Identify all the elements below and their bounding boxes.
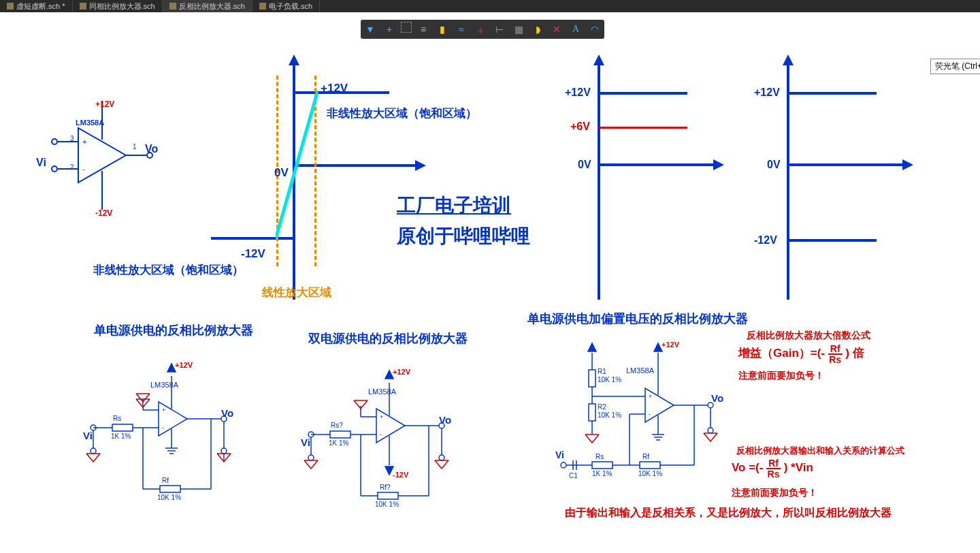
tooltip-highlighter: 荧光笔 (Ctrl+	[930, 59, 980, 74]
svg-point-87	[708, 428, 713, 433]
g2-0v: 0V	[578, 159, 591, 171]
svg-rect-81	[640, 462, 660, 469]
s3-rf: Rf	[642, 453, 649, 460]
pin1: 1	[133, 143, 137, 151]
s2-rs-v: 1K 1%	[329, 439, 348, 447]
s1-rs: Rs	[113, 415, 121, 422]
schematic-canvas[interactable]: ▼ + ≡ ▮ ≈ ⏚ ⊢ ▦ ◗ ✕ A ◠ 荧光笔 (Ctrl+ + - L…	[0, 12, 980, 553]
svg-text:-: -	[82, 165, 85, 173]
align-icon[interactable]: ≡	[416, 22, 431, 37]
g3-n12: -12V	[754, 234, 777, 247]
g1-sat-bot: 非线性放大区域（饱和区域）	[93, 262, 244, 278]
arrow-up-3	[783, 54, 794, 65]
s2-rf: Rf?	[380, 484, 391, 491]
g1-sat-top: 非线性放大区域（饱和区域）	[327, 106, 477, 121]
s1-lm: LM358A	[150, 381, 178, 389]
g1-p12: +12V	[321, 82, 348, 95]
svg-point-5	[52, 139, 57, 144]
opamp-symbol: + - LM358A +12V -12V Vi Vo 3 2 1	[37, 101, 167, 226]
s3-p12: +12V	[662, 341, 679, 349]
svg-rect-52	[378, 492, 398, 499]
s2-vo: Vo	[439, 414, 451, 426]
gnd-icon[interactable]: ⏚	[473, 22, 488, 37]
s3-rs: Rs	[595, 453, 604, 460]
net-icon[interactable]: ≈	[454, 22, 469, 37]
schematic-single-supply: +- LM358A +12V Vi Vo Rs 1K 1% Rf 10K 1%	[85, 353, 248, 533]
arc-icon[interactable]: ◠	[587, 22, 602, 37]
g2-p12: +12V	[565, 86, 591, 99]
tab-3[interactable]: 反相比例放大器.sch	[163, 0, 252, 12]
pin3: 3	[70, 135, 74, 142]
s2-vi: Vi	[301, 437, 310, 448]
schematic-bias: +- LM358A +12V R1 10K 1% R2 10K 1% Vi Vo…	[558, 339, 735, 519]
svg-rect-44	[330, 431, 350, 438]
noerc-icon[interactable]: ✕	[549, 22, 564, 37]
s1-rf-v: 10K 1%	[157, 494, 181, 501]
g1-linear: 线性放大区域	[262, 285, 331, 300]
s3-r1v: 10K 1%	[598, 376, 621, 383]
tab-4[interactable]: 电子负载.sch	[252, 0, 320, 12]
tab-2[interactable]: 同相比例放大器.sch	[73, 0, 163, 12]
s2-n12: -12V	[393, 471, 408, 479]
svg-rect-71	[589, 404, 595, 421]
svg-text:-: -	[380, 431, 382, 438]
s2-p12: +12V	[393, 368, 410, 376]
bus-icon[interactable]: ⊢	[492, 22, 507, 37]
axis-x3	[787, 163, 906, 166]
f-title1: 反相比例放大器放大倍数公式	[747, 330, 870, 342]
svg-point-26	[91, 448, 96, 454]
component-icon[interactable]: ▮	[435, 22, 450, 37]
panel-icon[interactable]: ▦	[511, 22, 526, 37]
g3-line-b	[788, 239, 877, 242]
s3-rsv: 1K 1%	[592, 470, 612, 477]
crosshair-icon[interactable]: +	[382, 22, 397, 37]
s3-r2v: 10K 1%	[598, 411, 621, 419]
center-title: 工厂电子培训	[397, 193, 511, 219]
schematic-dual-supply: +- LM358A +12V -12V Vi Vo Rs? 1K 1% Rf? …	[303, 360, 466, 539]
arrow-r-3	[902, 159, 913, 170]
svg-text:-: -	[162, 424, 164, 431]
g1-0v: 0V	[274, 166, 289, 180]
s1-rs-v: 1K 1%	[111, 432, 131, 440]
f-note2: 注意前面要加负号！	[732, 487, 817, 499]
sec2-title: 双电源供电的反相比例放大器	[308, 330, 468, 347]
svg-point-57	[439, 455, 444, 460]
svg-rect-74	[592, 462, 612, 469]
svg-text:+: +	[162, 407, 165, 413]
s2-rs: Rs?	[331, 422, 343, 429]
svg-rect-69	[589, 370, 595, 387]
s1-p12: +12V	[175, 361, 193, 369]
s3-rfv: 10K 1%	[638, 470, 662, 477]
text-icon[interactable]: A	[568, 22, 583, 37]
label-p12: +12V	[95, 99, 114, 109]
file-icon	[80, 3, 86, 10]
svg-rect-21	[112, 424, 133, 431]
g2-line-6	[599, 127, 687, 129]
label-icon[interactable]: ◗	[530, 22, 545, 37]
sec3-title: 单电源供电加偏置电压的反相比例放大器	[527, 311, 748, 327]
label-vi: Vi	[36, 157, 46, 169]
g2-p6: +6V	[570, 121, 590, 133]
select-icon[interactable]	[401, 22, 412, 33]
f-title2: 反相比例放大器输出和输入关系的计算公式	[736, 445, 904, 457]
label-vo: Vo	[145, 143, 158, 155]
s1-rf: Rf	[162, 477, 169, 484]
tab-bar: 虚短虚断.sch * 同相比例放大器.sch 反相比例放大器.sch 电子负载.…	[0, 0, 980, 12]
file-icon	[7, 3, 14, 10]
pin2: 2	[70, 163, 74, 171]
tab-1[interactable]: 虚短虚断.sch *	[0, 0, 73, 12]
axis-y3	[787, 61, 789, 300]
s3-vo: Vo	[711, 392, 723, 404]
s1-vo: Vo	[221, 407, 233, 419]
svg-point-6	[52, 166, 57, 172]
s1-vi: Vi	[83, 430, 93, 441]
svg-text:-: -	[649, 411, 651, 417]
toolbar: ▼ + ≡ ▮ ≈ ⏚ ⊢ ▦ ◗ ✕ A ◠	[361, 20, 604, 39]
filter-icon[interactable]: ▼	[363, 22, 378, 37]
arrow-r-1	[415, 160, 426, 171]
s3-vi: Vi	[555, 449, 564, 460]
svg-point-34	[221, 448, 227, 454]
svg-point-80	[561, 462, 566, 468]
sec1-title: 单电源供电的反相比例放大器	[94, 322, 253, 338]
s3-r2: R2	[598, 403, 606, 411]
